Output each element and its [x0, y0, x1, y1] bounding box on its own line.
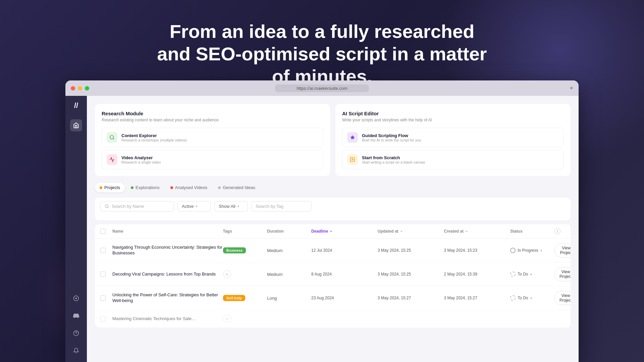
tab-explorations-dot	[131, 186, 133, 189]
row1-tags: Business	[223, 247, 267, 253]
select-all-checkbox[interactable]	[100, 229, 106, 234]
tab-analysed-videos[interactable]: Analysed Videos	[166, 183, 212, 192]
row4-checkbox[interactable]	[100, 316, 106, 321]
row1-checkbox[interactable]	[100, 248, 106, 253]
tab-explorations[interactable]: Explorations	[126, 183, 164, 192]
row4-add-tag-button[interactable]: +	[223, 315, 231, 323]
row2-checkbox[interactable]	[100, 272, 106, 277]
col-deadline-header[interactable]: Deadline	[311, 229, 378, 234]
video-analyser-option[interactable]: Video Analyser Research a single video	[102, 150, 323, 169]
tabs-row: Projects Explorations Analysed Videos Ge…	[95, 183, 571, 192]
guided-scripting-text: Guided Scripting Flow Brief the AI to wr…	[362, 133, 421, 142]
row1-duration: Medium	[267, 248, 311, 253]
table-row: Unlocking the Power of Self-Care: Strate…	[95, 286, 571, 310]
created-sort-icon	[465, 230, 468, 233]
status-filter-label: Active	[182, 204, 194, 209]
search-name-box[interactable]: Search by Name	[100, 201, 174, 212]
traffic-light-yellow[interactable]	[78, 86, 82, 90]
row3-updated: 3 May 2024, 15:27	[378, 296, 444, 300]
row3-view-label: View Project	[559, 293, 571, 303]
row3-checkbox-cell	[100, 295, 112, 301]
row2-status-badge[interactable]: To Do ▾	[510, 272, 554, 277]
row2-actions: View Project ⋮	[554, 267, 565, 281]
row3-checkbox[interactable]	[100, 295, 106, 301]
tab-generated-ideas[interactable]: Generated Ideas	[213, 183, 260, 192]
row4-name: Mastering Cinematic Techniques for Sale…	[112, 316, 223, 322]
row2-updated: 3 May 2024, 15:25	[378, 272, 444, 277]
video-analyser-desc: Research a single video	[121, 160, 161, 164]
ai-script-module-card: AI Script Editor Write your scripts and …	[335, 104, 571, 176]
sidebar: //	[65, 96, 87, 362]
start-from-scratch-icon	[347, 154, 358, 165]
row1-status-cell: In Progress ▾	[510, 248, 554, 253]
row2-checkbox-cell	[100, 272, 112, 277]
content-explorer-icon	[107, 132, 117, 143]
table-row: Decoding Viral Campaigns: Lessons from T…	[95, 262, 571, 286]
row3-deadline: 23 Aug 2024	[311, 296, 378, 300]
row1-status-chevron: ▾	[540, 249, 542, 252]
start-from-scratch-option[interactable]: Start from Scratch Start writing a scrip…	[342, 150, 564, 169]
tab-projects-label: Projects	[104, 185, 120, 190]
new-tab-button[interactable]: +	[570, 85, 573, 92]
traffic-light-red[interactable]	[71, 86, 75, 90]
hero-section: From an idea to a fully researched and S…	[0, 20, 644, 88]
svg-point-11	[105, 205, 108, 208]
col-checkbox-header	[100, 229, 112, 234]
search-name-icon	[105, 204, 109, 208]
tab-projects-dot	[100, 186, 102, 189]
row3-name: Unlocking the Power of Self-Care: Strate…	[112, 292, 223, 304]
col-name-header: Name	[112, 229, 223, 234]
row2-view-button[interactable]: View Project	[554, 267, 571, 281]
row4-checkbox-cell	[100, 316, 112, 321]
content-explorer-title: Content Explorer	[121, 133, 187, 138]
col-created-header[interactable]: Created at	[444, 229, 511, 234]
show-all-dropdown[interactable]: Show All ▾	[214, 201, 248, 212]
research-module-card: Research Module Research existing conten…	[95, 104, 330, 176]
svg-point-5	[110, 135, 114, 139]
row3-view-button[interactable]: View Project	[554, 291, 571, 305]
row3-status-chevron: ▾	[530, 296, 532, 300]
row1-view-button[interactable]: View Project	[554, 243, 571, 257]
row3-status-badge[interactable]: To Do ▾	[510, 295, 554, 301]
status-filter-dropdown[interactable]: Active ▾	[177, 201, 211, 212]
sidebar-item-help[interactable]	[70, 327, 82, 339]
guided-scripting-option[interactable]: Guided Scripting Flow Brief the AI to wr…	[342, 128, 564, 147]
video-analyser-text: Video Analyser Research a single video	[121, 155, 161, 164]
row1-status-badge[interactable]: In Progress ▾	[510, 248, 554, 253]
col-updated-header[interactable]: Updated at	[378, 229, 444, 234]
sidebar-item-notifications[interactable]	[70, 345, 82, 357]
browser-window: https://ai.maekersuite.com + //	[65, 80, 579, 362]
traffic-light-green[interactable]	[85, 86, 89, 90]
sidebar-item-discord[interactable]	[70, 310, 82, 322]
browser-url-bar[interactable]: https://ai.maekersuite.com	[275, 84, 369, 92]
row2-add-tag-button[interactable]: +	[223, 270, 231, 278]
row3-status-dot	[510, 295, 516, 301]
tab-generated-ideas-label: Generated Ideas	[223, 185, 255, 190]
tab-analysed-videos-label: Analysed Videos	[175, 185, 208, 190]
sidebar-item-add[interactable]	[70, 292, 82, 304]
svg-marker-7	[350, 135, 355, 139]
video-analyser-icon	[107, 154, 117, 165]
content-explorer-option[interactable]: Content Explorer Research a niche/topic …	[102, 128, 323, 147]
guided-scripting-icon	[347, 132, 358, 143]
row3-actions: View Project ⋮	[554, 291, 565, 305]
row1-tag-badge: Business	[223, 247, 246, 253]
row2-status-dot	[510, 272, 516, 277]
row2-status-label: To Do	[518, 272, 528, 277]
row3-tag-badge: Self-help	[223, 295, 245, 301]
row1-name: Navigating Through Economic Uncertainty:…	[112, 245, 223, 256]
content-explorer-desc: Research a niche/topic (multiple videos)	[121, 138, 187, 142]
row3-created: 3 May 2024, 15:27	[444, 296, 511, 300]
deadline-sort-icon	[329, 230, 333, 233]
tab-analysed-videos-dot	[170, 186, 173, 189]
tab-projects[interactable]: Projects	[95, 183, 125, 192]
start-from-scratch-desc: Start writing a script on a blank canvas	[362, 160, 425, 164]
hero-title: From an idea to a fully researched and S…	[154, 20, 490, 88]
tag-search-box[interactable]: Search by Tag	[251, 201, 312, 212]
status-filter-chevron: ▾	[196, 204, 197, 208]
table-info-icon[interactable]: i	[554, 228, 560, 234]
sidebar-item-home[interactable]	[70, 119, 82, 131]
col-status-header: Status	[510, 229, 554, 234]
tab-generated-ideas-dot	[218, 186, 221, 189]
row1-created: 3 May 2024, 15:23	[444, 248, 511, 253]
